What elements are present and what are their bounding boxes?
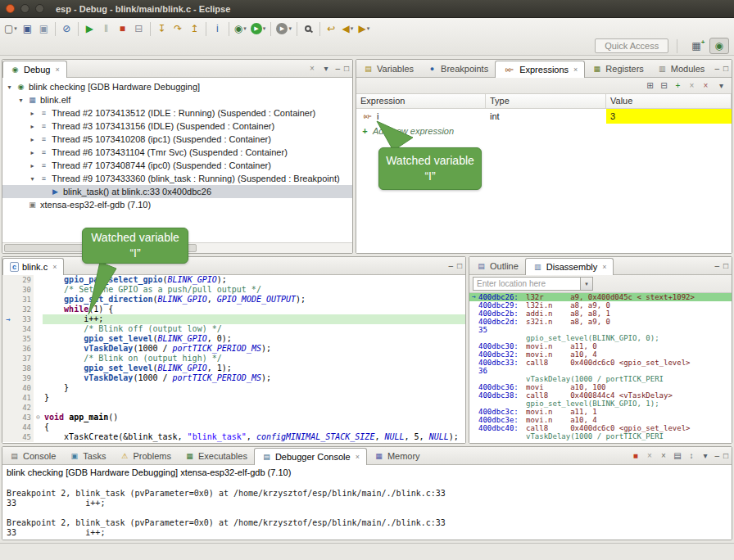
debug-tree-row[interactable]: ▸≡Thread #7 1073408744 (ipc0) (Suspended… — [2, 159, 352, 172]
code-line[interactable]: 42 — [2, 403, 465, 413]
console-tab-console[interactable]: ▤Console — [2, 447, 62, 465]
minimize-view-button[interactable]: – — [714, 261, 719, 270]
console-view-menu-button[interactable]: ▾ — [700, 451, 710, 460]
run-button[interactable]: ▶▾ — [249, 20, 268, 37]
editor-tab-blink-c[interactable]: cblink.c× — [2, 258, 64, 275]
remove-all-expressions-button[interactable]: × — [700, 81, 711, 90]
column-header-value[interactable]: Value — [606, 94, 732, 108]
column-header-type[interactable]: Type — [486, 94, 606, 108]
debug-tree-row[interactable]: ▸≡Thread #3 1073413156 (IDLE) (Suspended… — [2, 120, 352, 133]
disassembly-line[interactable]: 400dbc38:call8 0x400844c4 <vTaskDelay> — [469, 391, 732, 400]
tree-twisty-icon[interactable]: ▾ — [6, 84, 13, 91]
right-top-tab-variables[interactable]: ▤Variables — [356, 60, 420, 78]
step-over-button[interactable]: ↷ — [170, 20, 186, 37]
disassembly-line[interactable]: 400dbc3c:movi.n a11, 1 — [469, 408, 732, 416]
disassembly-line[interactable]: 400dbc30:movi.n a11, 0 — [469, 342, 732, 350]
step-return-button[interactable]: ↥ — [187, 20, 202, 37]
debug-tree-row[interactable]: ▾▦blink.elf — [2, 93, 352, 106]
window-minimize-button[interactable] — [20, 4, 29, 13]
window-close-button[interactable] — [6, 4, 15, 13]
close-tab-icon[interactable]: × — [52, 263, 57, 271]
disassembly-line[interactable]: vTaskDelay(1000 / portTICK_PERI — [469, 375, 732, 383]
console-output[interactable]: Breakpoint 2, blink_task (pvParameter=0x… — [2, 479, 732, 538]
search-button[interactable] — [301, 20, 316, 37]
console-tab-debugger-console[interactable]: ▤Debugger Console× — [254, 448, 367, 465]
minimize-view-button[interactable]: – — [448, 261, 453, 270]
window-maximize-button[interactable] — [35, 4, 44, 13]
external-tools-button[interactable]: ▶▾ — [274, 20, 293, 37]
save-button[interactable]: ▣ — [20, 20, 35, 37]
code-line[interactable]: 32 while(1) { — [2, 305, 465, 314]
close-tab-icon[interactable]: × — [356, 453, 360, 461]
debug-tree-row[interactable]: ▾≡Thread #9 1073433360 (blink_task : Run… — [2, 172, 352, 185]
last-edit-location-button[interactable]: ↩ — [324, 20, 339, 37]
code-line[interactable]: 45 xTaskCreate(&blink_task, "blink_task"… — [2, 432, 465, 442]
tree-twisty-icon[interactable]: ▸ — [29, 110, 36, 117]
collapse-all-button[interactable]: ⊟ — [659, 81, 669, 90]
fold-toggle-icon[interactable]: ⊖ — [34, 413, 43, 422]
console-tab-memory[interactable]: ▦Memory — [367, 447, 427, 465]
right-mid-tab-disassembly[interactable]: ▥Disassembly× — [525, 258, 614, 275]
console-tab-problems[interactable]: ⚠Problems — [112, 447, 177, 465]
disassembly-line[interactable]: 36 — [469, 367, 732, 375]
close-tab-icon[interactable]: × — [55, 65, 59, 74]
close-tab-icon[interactable]: × — [602, 263, 606, 271]
disassembly-line[interactable]: 400dbc2d:s32i.n a8, a9, 0 — [469, 318, 732, 326]
column-header-expression[interactable]: Expression — [356, 94, 486, 108]
tree-twisty-icon[interactable]: ▾ — [29, 175, 36, 183]
add-expression-button[interactable]: + — [673, 81, 683, 90]
new-wizard-button[interactable]: ▢▾ — [2, 20, 19, 37]
disassembly-line[interactable]: vTaskDelay(1000 / portTICK_PERI — [469, 432, 732, 440]
debug-tree-row[interactable]: ▶blink_task() at blink.c:33 0x400dbc26 — [2, 185, 352, 198]
maximize-view-button[interactable]: □ — [723, 451, 728, 460]
right-top-tab-expressions[interactable]: (x)=Expressions× — [495, 61, 585, 78]
resume-button[interactable]: ▶ — [82, 20, 97, 37]
tree-twisty-icon[interactable]: ▸ — [29, 162, 36, 169]
minimize-view-button[interactable]: – — [714, 64, 719, 73]
right-top-tab-registers[interactable]: ▦Registers — [585, 60, 650, 78]
location-input[interactable] — [473, 277, 581, 291]
disassembly-line[interactable]: 400dbc3e:movi.n a10, 4 — [469, 416, 732, 424]
maximize-view-button[interactable]: □ — [723, 261, 728, 270]
open-perspective-button[interactable]: ▦+ — [686, 38, 706, 54]
tree-twisty-icon[interactable]: ▸ — [29, 149, 36, 156]
terminate-console-button[interactable]: ■ — [630, 451, 641, 460]
debug-tree-row[interactable]: ▣xtensa-esp32-elf-gdb (7.10) — [2, 198, 352, 211]
debug-perspective-button[interactable]: ◉ — [709, 38, 729, 54]
disassembly-line[interactable]: 400dbc32:movi.n a10, 4 — [469, 350, 732, 359]
debug-button[interactable]: ◉▾ — [233, 20, 248, 37]
instruction-stepping-button[interactable]: i — [210, 20, 225, 37]
back-button[interactable]: ◀▾ — [340, 20, 356, 37]
disassembly-line[interactable]: 35 — [469, 326, 732, 334]
disconnect-button[interactable]: ⊟ — [131, 20, 147, 37]
disassembly-line[interactable]: 400dbc29:l32i.n a8, a9, 0 — [469, 301, 732, 309]
disassembly-line[interactable]: 400dbc36:movi a10, 100 — [469, 383, 732, 391]
code-line[interactable]: 29 gpio_pad_select_gpio(BLINK_GPIO); — [2, 275, 465, 285]
terminate-button[interactable]: ■ — [115, 20, 130, 37]
right-top-tab-modules[interactable]: ▥Modules — [650, 60, 712, 78]
code-line[interactable]: 40 } — [2, 383, 465, 393]
debug-tree-row[interactable]: ▸≡Thread #6 1073431104 (Tmr Svc) (Suspen… — [2, 146, 352, 159]
right-top-tab-breakpoints[interactable]: ●Breakpoints — [420, 60, 495, 78]
disassembly-line[interactable]: gpio_set_level(BLINK_GPIO, 0); — [469, 334, 732, 342]
remove-all-launches-button[interactable]: × — [658, 451, 668, 460]
forward-button[interactable]: ▶▾ — [356, 20, 372, 37]
disassembly-line[interactable]: 400dbc2b:addi.n a8, a8, 1 — [469, 309, 732, 318]
expressions-view-menu-button[interactable]: ▾ — [716, 81, 727, 90]
maximize-view-button[interactable]: □ — [457, 261, 462, 270]
code-line[interactable]: 34 /* Blink off (output low) */ — [2, 324, 465, 334]
quick-access-button[interactable]: Quick Access — [595, 38, 668, 53]
minimize-view-button[interactable]: – — [714, 451, 719, 460]
code-line[interactable]: 39 vTaskDelay(1000 / portTICK_PERIOD_MS)… — [2, 373, 465, 383]
maximize-view-button[interactable]: □ — [344, 64, 349, 73]
debug-tree-row[interactable]: ▸≡Thread #5 1073410208 (ipc1) (Suspended… — [2, 133, 352, 146]
code-line[interactable]: 41} — [2, 393, 465, 403]
debug-tab-debug[interactable]: ◉Debug× — [2, 61, 67, 78]
disassembly-line[interactable]: 400dbc40:call8 0x400dc6c0 <gpio_set_leve… — [469, 424, 732, 432]
scroll-lock-button[interactable]: ↕ — [686, 451, 696, 460]
disassembly-line[interactable]: 400dbc33:call8 0x400dc6c0 <gpio_set_leve… — [469, 359, 732, 367]
debug-tree-row[interactable]: ▸≡Thread #2 1073413512 (IDLE : Running) … — [2, 106, 352, 120]
code-line[interactable]: 37 /* Blink on (output high) */ — [2, 354, 465, 364]
console-tab-executables[interactable]: ▦Executables — [178, 447, 254, 465]
right-mid-tab-outline[interactable]: ▤Outline — [469, 257, 525, 275]
